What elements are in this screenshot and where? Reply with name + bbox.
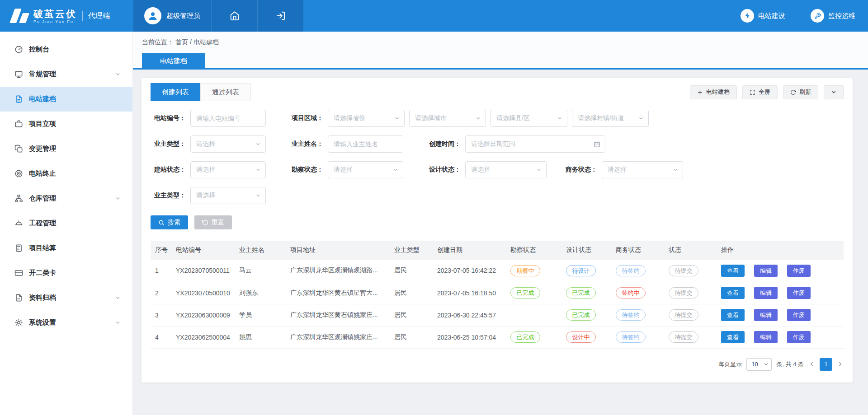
helmet-icon xyxy=(14,219,23,228)
sidebar-item-label: 工程管理 xyxy=(29,219,56,228)
void-button[interactable]: 作废 xyxy=(787,331,811,343)
copy-icon xyxy=(14,145,23,153)
sidebar-item-label: 电站终止 xyxy=(29,169,56,178)
design-status-badge: 待设计 xyxy=(566,265,596,276)
business-status-select[interactable]: 请选择 xyxy=(602,161,683,178)
reset-button[interactable]: 重置 xyxy=(194,215,232,229)
view-button[interactable]: 查看 xyxy=(721,265,745,277)
build-status-select[interactable]: 请选择 xyxy=(190,161,266,178)
create-station-button[interactable]: 电站建档 xyxy=(690,85,737,99)
edit-button[interactable]: 编辑 xyxy=(754,287,778,299)
chevron-down-icon xyxy=(115,196,121,201)
create-time-range-input[interactable]: 请选择日期范围 xyxy=(465,135,605,153)
lightning-icon xyxy=(741,9,754,23)
column-header: 项目地址 xyxy=(286,241,390,260)
header-nav: 电站建设 监控运维 xyxy=(741,0,868,32)
filter-row: 建站状态： 请选择 勘察状态： 请选择 设计 xyxy=(151,161,844,178)
chevron-down-icon xyxy=(476,116,481,121)
county-select[interactable]: 请选择县/区 xyxy=(491,110,567,127)
design-status-select[interactable]: 请选择 xyxy=(465,161,547,178)
prev-page-button[interactable] xyxy=(808,361,815,368)
province-select[interactable]: 请选择省份 xyxy=(328,110,405,127)
status-badge: 待提交 xyxy=(669,309,698,321)
search-button[interactable]: 搜索 xyxy=(151,215,188,229)
column-header: 业主类型 xyxy=(390,241,433,260)
sidebar-item-console[interactable]: 控制台 xyxy=(0,37,132,62)
view-button[interactable]: 查看 xyxy=(721,287,745,299)
business-status-badge: 待签约 xyxy=(616,331,646,343)
refresh-button[interactable]: 刷新 xyxy=(783,85,818,99)
sidebar-item-engineering-management[interactable]: 工程管理 xyxy=(0,211,132,236)
tab-create-list[interactable]: 创建列表 xyxy=(151,83,200,101)
sidebar-item-system-settings[interactable]: 系统设置 xyxy=(0,310,132,335)
sidebar-item-warehouse-management[interactable]: 仓库管理 xyxy=(0,186,132,211)
sidebar-item-change-management[interactable]: 变更管理 xyxy=(0,136,132,161)
status-badge: 待提交 xyxy=(669,265,698,276)
panel-head: 创建列表 通过列表 电站建档 全屏 刷新 xyxy=(151,83,844,101)
survey-status-select[interactable]: 请选择 xyxy=(328,161,403,178)
column-header: 商务状态 xyxy=(611,241,664,260)
panel-toolbar: 电站建档 全屏 刷新 xyxy=(690,85,844,99)
chevron-down-icon xyxy=(255,167,261,173)
home-button[interactable] xyxy=(211,0,257,32)
town-select[interactable]: 请选择村镇/街道 xyxy=(572,110,649,127)
sidebar-item-general-management[interactable]: 常规管理 xyxy=(0,62,132,87)
void-button[interactable]: 作废 xyxy=(787,287,811,299)
page-number-1[interactable]: 1 xyxy=(820,358,832,371)
edit-button[interactable]: 编辑 xyxy=(754,309,778,321)
edit-button[interactable]: 编辑 xyxy=(754,331,778,343)
dashboard-icon xyxy=(14,45,23,54)
design-status-badge: 已完成 xyxy=(566,287,596,298)
user-menu[interactable]: 超级管理员 xyxy=(133,0,211,32)
nav-monitoring-ops[interactable]: 监控运维 xyxy=(811,9,855,23)
chevron-down-icon xyxy=(536,167,542,173)
file-icon xyxy=(14,294,23,302)
void-button[interactable]: 作废 xyxy=(787,309,811,321)
sidebar-item-type2-card[interactable]: 开二类卡 xyxy=(0,261,132,285)
sidebar-item-station-filing[interactable]: 电站建档 xyxy=(0,87,132,112)
nav-station-construction[interactable]: 电站建设 xyxy=(741,9,785,23)
chevron-down-icon xyxy=(830,89,837,95)
logout-icon xyxy=(276,11,286,21)
owner-type2-select[interactable]: 请选择 xyxy=(190,187,266,204)
wrench-icon xyxy=(811,9,824,23)
reset-icon xyxy=(202,219,208,226)
sidebar: 控制台 常规管理 电站建档 项目立项 变更管理 电站终止 仓库管理 xyxy=(0,32,133,415)
sidebar-item-label: 资料归档 xyxy=(29,294,56,302)
chevron-down-icon xyxy=(638,116,644,121)
owner-type-select[interactable]: 请选择 xyxy=(190,135,266,153)
survey-status-badge xyxy=(510,309,540,320)
table-header: 序号 电站编号 业主姓名 项目地址 业主类型 创建日期 勘察状态 设计状态 商务… xyxy=(151,241,844,260)
sidebar-item-project-settlement[interactable]: 项目结算 xyxy=(0,236,132,261)
next-page-button[interactable] xyxy=(837,361,844,368)
chevron-down-icon xyxy=(255,193,261,198)
logout-button[interactable] xyxy=(257,0,303,32)
page-tab-station-filing[interactable]: 电站建档 xyxy=(142,53,205,68)
fullscreen-button[interactable]: 全屏 xyxy=(742,85,778,99)
chevron-left-icon xyxy=(808,361,815,368)
filter-actions: 搜索 重置 xyxy=(151,215,844,229)
tab-approved-list[interactable]: 通过列表 xyxy=(200,83,251,101)
collapse-filters-button[interactable] xyxy=(824,85,844,99)
view-button[interactable]: 查看 xyxy=(721,331,745,343)
search-icon xyxy=(158,219,165,226)
page-tab-bar: 电站建档 xyxy=(133,53,868,70)
app-header: 破茧云伏 Po Jian Yun Fu 代理端 超级管理员 电站建设 xyxy=(0,0,868,32)
station-code-input[interactable] xyxy=(190,110,266,127)
view-button[interactable]: 查看 xyxy=(721,309,745,321)
owner-name-input[interactable] xyxy=(328,135,403,153)
card-icon xyxy=(14,269,23,277)
city-select[interactable]: 请选择城市 xyxy=(409,110,486,127)
sidebar-item-data-archive[interactable]: 资料归档 xyxy=(0,285,132,310)
column-header: 序号 xyxy=(151,241,171,260)
total-count-label: 条, 共 4 条 xyxy=(776,360,804,368)
sidebar-item-station-termination[interactable]: 电站终止 xyxy=(0,161,132,186)
edit-button[interactable]: 编辑 xyxy=(754,265,778,277)
column-header: 电站编号 xyxy=(171,241,235,260)
per-page-select[interactable]: 10 xyxy=(746,358,772,371)
region-selects: 请选择省份 请选择城市 请选择县/区 xyxy=(328,110,649,127)
sidebar-item-project-initiation[interactable]: 项目立项 xyxy=(0,112,132,136)
void-button[interactable]: 作废 xyxy=(787,265,811,277)
column-header: 操作 xyxy=(717,241,844,260)
breadcrumb-home[interactable]: 首页 xyxy=(175,38,188,46)
